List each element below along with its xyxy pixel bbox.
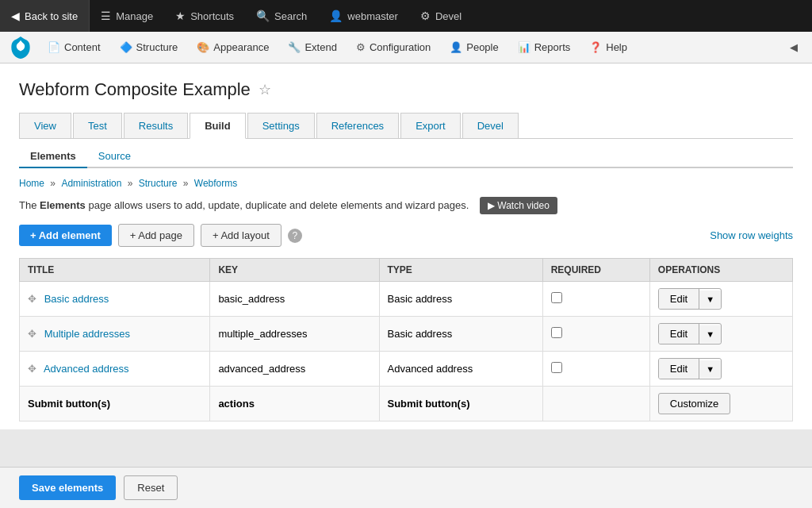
breadcrumb-structure[interactable]: Structure — [139, 178, 178, 189]
nav-help[interactable]: ❓ Help — [580, 32, 637, 64]
user-menu-item[interactable]: 👤 webmaster — [318, 0, 409, 32]
col-key: KEY — [210, 259, 379, 282]
watch-video-button[interactable]: ▶ Watch video — [480, 197, 557, 214]
required-checkbox[interactable] — [551, 292, 562, 303]
cell-key: multiple_addresses — [210, 317, 379, 352]
drupal-logo[interactable] — [6, 33, 35, 62]
breadcrumb-home[interactable]: Home — [19, 178, 44, 189]
cell-type: Basic address — [379, 317, 542, 352]
cell-required — [542, 317, 649, 352]
tab-view[interactable]: View — [19, 113, 71, 138]
reports-icon: 📊 — [518, 41, 530, 53]
admin-bar: ◀ Back to site ☰ Manage ★ Shortcuts 🔍 Se… — [0, 0, 812, 32]
nav-people[interactable]: 👤 People — [440, 32, 508, 64]
appearance-icon: 🎨 — [197, 41, 209, 53]
show-row-weights-link[interactable]: Show row weights — [710, 229, 793, 241]
breadcrumb-webforms[interactable]: Webforms — [194, 178, 237, 189]
drag-handle-icon[interactable]: ✥ — [28, 293, 36, 305]
back-to-site-link[interactable]: ◀ Back to site — [0, 0, 90, 32]
save-elements-button[interactable]: Save elements — [19, 475, 116, 500]
subtab-source[interactable]: Source — [87, 145, 142, 168]
required-checkbox[interactable] — [551, 327, 562, 338]
edit-button[interactable]: Edit — [659, 324, 699, 344]
cell-required — [542, 282, 649, 317]
element-link[interactable]: Basic address — [44, 293, 109, 305]
secondary-nav: 📄 Content 🔷 Structure 🎨 Appearance 🔧 Ext… — [0, 32, 812, 64]
tab-results[interactable]: Results — [124, 113, 188, 138]
element-link[interactable]: Multiple addresses — [44, 328, 130, 340]
shortcuts-menu-item[interactable]: ★ Shortcuts — [164, 0, 245, 32]
search-icon: 🔍 — [256, 10, 270, 22]
edit-button[interactable]: Edit — [659, 289, 699, 309]
nav-collapse-button[interactable]: ◀ — [782, 32, 806, 64]
cell-title: Submit button(s) — [20, 387, 210, 421]
table-row: ✥ Multiple addresses multiple_addresses … — [20, 317, 793, 352]
add-element-button[interactable]: + Add element — [19, 225, 112, 246]
edit-dropdown-arrow[interactable]: ▼ — [699, 360, 721, 378]
user-icon: 👤 — [329, 10, 343, 22]
nav-configuration[interactable]: ⚙ Configuration — [347, 32, 440, 64]
col-title: TITLE — [20, 259, 210, 282]
nav-content[interactable]: 📄 Content — [38, 32, 110, 64]
arrow-left-icon: ◀ — [11, 10, 20, 22]
reset-button[interactable]: Reset — [124, 475, 178, 500]
edit-button-group: Edit ▼ — [658, 288, 722, 310]
search-menu-item[interactable]: 🔍 Search — [245, 0, 318, 32]
nav-reports[interactable]: 📊 Reports — [508, 32, 580, 64]
cell-type: Basic address — [379, 282, 542, 317]
star-icon: ★ — [175, 10, 186, 22]
help-icon: ❓ — [589, 41, 602, 53]
nav-extend[interactable]: 🔧 Extend — [278, 32, 346, 64]
edit-button-group: Edit ▼ — [658, 358, 722, 379]
page-title-area: Webform Composite Example ☆ — [19, 79, 793, 100]
drag-handle-icon[interactable]: ✥ — [28, 363, 36, 375]
table-row: ✥ Basic address basic_address Basic addr… — [20, 282, 793, 317]
nav-appearance[interactable]: 🎨 Appearance — [187, 32, 278, 64]
cell-key: actions — [210, 387, 379, 421]
tab-devel[interactable]: Devel — [462, 113, 519, 138]
customize-button[interactable]: Customize — [658, 393, 730, 414]
add-layout-button[interactable]: + Add layout — [201, 224, 282, 247]
manage-menu-item[interactable]: ☰ Manage — [90, 0, 164, 32]
tab-test[interactable]: Test — [73, 113, 122, 138]
primary-tabs: View Test Results Build Settings Referen… — [19, 113, 793, 139]
help-tooltip-icon[interactable]: ? — [288, 229, 302, 243]
tab-build[interactable]: Build — [190, 113, 246, 139]
cell-operations: Customize — [649, 387, 792, 421]
structure-icon: 🔷 — [120, 41, 132, 53]
description-text: The Elements page allows users to add, u… — [19, 197, 793, 214]
cell-required — [542, 352, 649, 387]
action-buttons: + Add element + Add page + Add layout ? … — [19, 224, 793, 247]
breadcrumb-admin[interactable]: Administration — [61, 178, 121, 189]
main-content: Webform Composite Example ☆ View Test Re… — [0, 64, 812, 139]
bookmark-icon[interactable]: ☆ — [259, 81, 271, 98]
element-link[interactable]: Advanced address — [44, 363, 129, 375]
cell-operations: Edit ▼ — [649, 317, 792, 352]
breadcrumb-sep-2: » — [128, 178, 136, 189]
edit-dropdown-arrow[interactable]: ▼ — [699, 325, 721, 343]
gear-icon: ⚙ — [420, 10, 431, 22]
table-row: ✥ Advanced address advanced_address Adva… — [20, 352, 793, 387]
col-type: TYPE — [379, 259, 542, 282]
cell-type: Advanced address — [379, 352, 542, 387]
cell-key: advanced_address — [210, 352, 379, 387]
edit-dropdown-arrow[interactable]: ▼ — [699, 291, 721, 308]
subtab-elements[interactable]: Elements — [19, 145, 87, 168]
nav-structure[interactable]: 🔷 Structure — [110, 32, 188, 64]
secondary-tabs: Elements Source — [19, 139, 793, 168]
tab-export[interactable]: Export — [400, 113, 461, 138]
page-title: Webform Composite Example — [19, 79, 251, 100]
cell-operations: Edit ▼ — [649, 282, 792, 317]
col-required: REQUIRED — [542, 259, 649, 282]
edit-button[interactable]: Edit — [659, 359, 699, 379]
tab-settings[interactable]: Settings — [247, 113, 315, 138]
required-checkbox[interactable] — [551, 362, 562, 373]
add-page-button[interactable]: + Add page — [118, 224, 194, 247]
cell-title: ✥ Basic address — [20, 282, 210, 317]
breadcrumb: Home » Administration » Structure » Webf… — [19, 178, 793, 189]
extend-icon: 🔧 — [288, 41, 301, 53]
drag-handle-icon[interactable]: ✥ — [28, 328, 36, 340]
tab-references[interactable]: References — [316, 113, 399, 138]
devel-menu-item[interactable]: ⚙ Devel — [409, 0, 473, 32]
content-wrapper: Webform Composite Example ☆ View Test Re… — [0, 64, 812, 508]
